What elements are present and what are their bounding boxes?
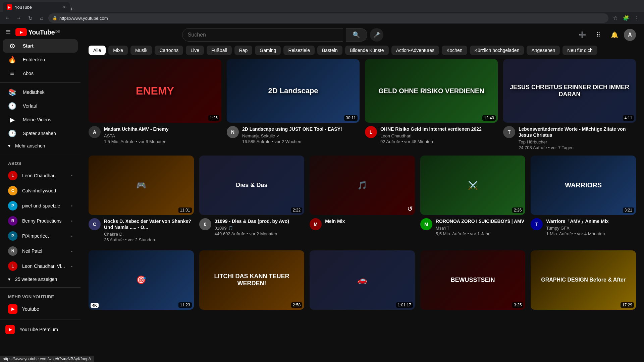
sidebar-item-abos[interactable]: ≡ Abos (3, 67, 78, 80)
lock-icon: 🔒 (52, 16, 57, 20)
search-icon: 🔍 (353, 31, 360, 39)
video-title-v7: Mein Mix (325, 218, 415, 224)
channel-avatar-v7: M (310, 218, 322, 230)
video-duration-v9: 3:21 (623, 207, 634, 213)
tab-close-btn[interactable]: × (63, 4, 66, 10)
user-avatar[interactable]: A (624, 29, 636, 41)
chevron-down-icon: ▾ (8, 143, 10, 148)
more-btn[interactable]: ⋮ (632, 13, 641, 23)
sidebar-sub-leon-vl[interactable]: L Leon Chaudhari Vl... • (3, 259, 78, 274)
sidebar-mehr-ansehen-btn[interactable]: ▾ Mehr ansehen (3, 140, 78, 151)
video-stats-v1: 1,5 Mio. Aufrufe • vor 9 Monaten (104, 139, 221, 144)
chip-cartoons[interactable]: Cartoons (155, 46, 183, 55)
sub-dot-leon: • (71, 174, 72, 178)
sidebar-sub-leon-chaudhari[interactable]: L Leon Chaudhari • (3, 168, 78, 183)
search-input[interactable] (182, 32, 343, 38)
bookmark-btn[interactable]: ☆ (610, 13, 620, 23)
forward-btn[interactable]: → (14, 13, 23, 23)
sidebar-sub-pixel-und-spaetzle[interactable]: P pixel-und-spaetzle • (3, 198, 78, 213)
sidebar-header: ☰ YouTube DE (0, 28, 80, 39)
chip-reiseziele[interactable]: Reiseziele (283, 46, 315, 55)
browser-chrome: ▶ YouTube × + ← → ↻ ⌂ 🔒 https://www.yout… (0, 0, 644, 24)
sidebar-sub-piximperfect[interactable]: P PiXimperfect • (3, 229, 78, 243)
video-card-v14[interactable]: GRAPHIC DESIGN Before & After 17:29 (531, 250, 636, 309)
video-card-v8[interactable]: ⚔️ 2:26 M RORONOA ZORO I $UICIDEBOY$ | A… (420, 156, 526, 242)
chip-musik[interactable]: Musik (130, 46, 152, 55)
chip-bildende-kunste[interactable]: Bildende Künste (345, 46, 389, 55)
video-card-v7[interactable]: 🎵 ↺ M Mein Mix (310, 156, 415, 242)
video-card-v4[interactable]: JESUS CHRISTUS ERINNER DICH IMMER DARAN … (503, 59, 636, 150)
video-card-v11[interactable]: LITCHI DAS KANN TEUER WERDEN! 2:58 (199, 250, 305, 309)
video-thumb-v5: 🎮 11:01 (89, 156, 194, 215)
sidebar-show-more-subs-btn[interactable]: ▾ 25 weitere anzeigen (3, 274, 78, 285)
thumb-text-v1: ENEMY (136, 85, 174, 97)
hamburger-menu[interactable]: ☰ (5, 28, 11, 36)
chip-neu-fur-dich[interactable]: Neu für dich (562, 46, 597, 55)
refresh-btn[interactable]: ↻ (25, 13, 35, 23)
back-btn[interactable]: ← (3, 13, 12, 23)
thumb-text-v5: 🎮 (136, 181, 146, 190)
chip-live[interactable]: Live (186, 46, 204, 55)
extensions-btn[interactable]: 🧩 (621, 13, 631, 23)
sidebar-sub-benny-productions[interactable]: B Benny Productions • (3, 214, 78, 228)
new-tab-btn[interactable]: + (70, 6, 73, 12)
mic-icon: 🎤 (373, 32, 380, 38)
sidebar-sub-calvinhollywood[interactable]: C Calvinhollywood (3, 183, 78, 198)
video-meta-v9: Warriors「AMV」Anime Mix Tumpy GFX 1 Mio. … (546, 218, 636, 236)
home-btn[interactable]: ⌂ (37, 13, 46, 23)
video-card-v9[interactable]: WARRIORS 3:21 T Warriors「AMV」Anime Mix T… (531, 156, 636, 242)
video-card-v6[interactable]: Dies & Das 2:22 0 01099 - Dies & Das (pr… (199, 156, 305, 242)
video-title-v3: OHNE Risiko Geld im Internet verdienen 2… (380, 126, 498, 132)
chip-fussball[interactable]: Fußball (207, 46, 232, 55)
video-card-v5[interactable]: 🎮 11:01 C Rocks D. Xebec der Vater von S… (89, 156, 194, 242)
video-card-v10[interactable]: 🎯 4K 11:23 (89, 250, 194, 309)
search-input-wrap[interactable] (182, 28, 343, 42)
notifications-btn[interactable]: 🔔 (608, 28, 621, 42)
video-card-v13[interactable]: BEWUSSTSEIN 3:25 (420, 250, 526, 309)
address-bar[interactable]: 🔒 https://www.youtube.com (48, 13, 608, 23)
chip-gaming[interactable]: Gaming (255, 46, 281, 55)
sidebar-item-mediathek[interactable]: 📚 Mediathek (3, 85, 78, 99)
chip-alle[interactable]: Alle (89, 46, 106, 55)
thumb-text-v13: BEWUSSTSEIN (451, 277, 495, 284)
sidebar-item-youtube-nav[interactable]: ▶ Youtube (3, 302, 78, 316)
video-card-v1[interactable]: ENEMY 1:25 A Madara Uchiha AMV - Enemy A… (89, 59, 221, 150)
sidebar-item-start[interactable]: ⊙ Start (3, 39, 78, 53)
sidebar-item-meine-videos[interactable]: ▶ Meine Videos (3, 113, 78, 126)
voice-search-btn[interactable]: 🎤 (370, 28, 383, 42)
video-thumb-v1: ENEMY 1:25 (89, 59, 221, 123)
chip-kochen[interactable]: Kochen (442, 46, 467, 55)
sidebar-item-verlauf[interactable]: 🕐 Verlauf (3, 99, 78, 113)
user-initial: A (628, 32, 632, 38)
sidebar-sub-neil-patel[interactable]: N Neil Patel • (3, 244, 78, 258)
video-duration-v8: 2:26 (512, 207, 523, 213)
video-duration-v1: 1:25 (208, 115, 219, 121)
video-channel-v8: MsaYT (436, 226, 526, 231)
chip-angesehen[interactable]: Angesehen (527, 46, 560, 55)
create-btn[interactable]: ➕ (576, 28, 589, 42)
sidebar-item-später-ansehen[interactable]: 🕐 Später ansehen (3, 127, 78, 140)
chip-action-adventures[interactable]: Action-Adventures (391, 46, 439, 55)
sidebar-youtube-premium[interactable]: ▶ YouTube Premium (0, 322, 80, 337)
video-duration-v11: 2:58 (291, 302, 302, 308)
sub-avatar-neil: N (8, 246, 17, 256)
chip-basteln[interactable]: Basteln (317, 46, 342, 55)
home-icon: ⊙ (8, 42, 16, 50)
video-meta-v5: Rocks D. Xebec der Vater von Shanks? Und… (104, 218, 194, 242)
sidebar-item-entdecken[interactable]: 🔥 Entdecken (3, 53, 78, 66)
chip-rap[interactable]: Rap (234, 46, 253, 55)
active-tab[interactable]: ▶ YouTube × (3, 2, 70, 12)
search-button[interactable]: 🔍 (346, 28, 367, 42)
video-stats-v6: 449.692 Aufrufe • vor 2 Monaten (215, 231, 305, 236)
apps-btn[interactable]: ⠿ (592, 28, 605, 42)
chip-kurzlich[interactable]: Kürzlich hochgeladen (470, 46, 524, 55)
video-card-v3[interactable]: GELD OHNE RISIKO VERDIENEN 12:40 L OHNE … (365, 59, 498, 150)
video-card-v2[interactable]: 2D Landscape 30:11 N 2D Landscape using … (227, 59, 360, 150)
video-card-v12[interactable]: 🚗 1:01:17 (310, 250, 415, 309)
chip-mixe[interactable]: Mixe (108, 46, 128, 55)
video-stats-v5: 36 Aufrufe • vor 2 Stunden (104, 237, 194, 242)
video-title-v5: Rocks D. Xebec der Vater von Shanks? Und… (104, 218, 194, 230)
video-duration-v10: 11:23 (178, 302, 192, 308)
video-meta-v4: Lebensverändernde Worte - Mächtige Zitat… (519, 126, 636, 150)
youtube-logo[interactable]: YouTube DE (15, 28, 60, 36)
